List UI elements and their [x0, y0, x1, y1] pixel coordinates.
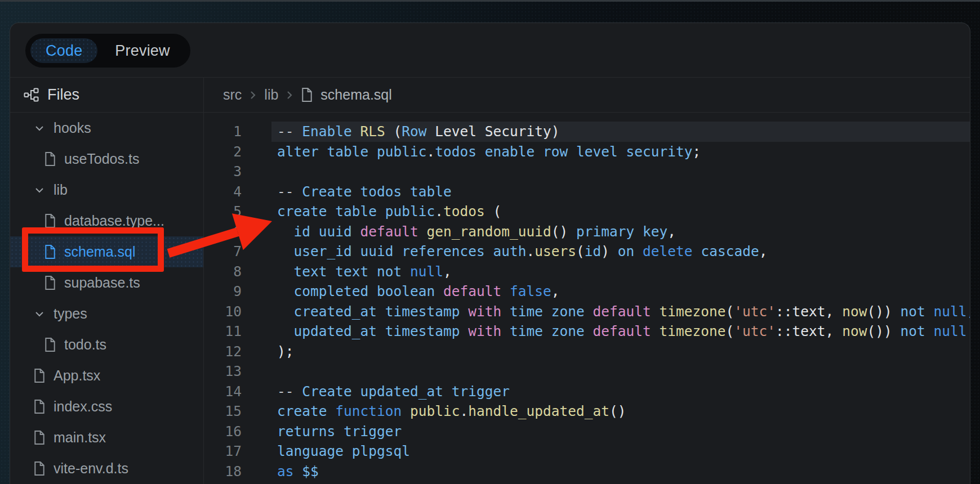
- code-line[interactable]: 6 id uuid default gen_random_uuid() prim…: [204, 222, 970, 242]
- file-row-schema-sql[interactable]: schema.sql: [10, 236, 203, 267]
- code-token: ,: [966, 303, 970, 320]
- code-token: time zone: [501, 323, 593, 339]
- code-token: --: [277, 383, 302, 400]
- code-token: as: [277, 463, 302, 479]
- file-row-vite-env-d-ts[interactable]: vite-env.d.ts: [10, 453, 203, 484]
- code-token: primary key: [568, 223, 667, 240]
- file-row-index-css[interactable]: index.css: [10, 391, 203, 422]
- code-token: ,: [759, 243, 768, 259]
- code-token: .: [460, 403, 469, 419]
- tab-code[interactable]: Code: [30, 38, 97, 63]
- line-number: 11: [204, 321, 242, 342]
- window-body: Files hooksuseTodos.tslibdatabase.type..…: [10, 78, 970, 484]
- code-line[interactable]: 13: [204, 361, 970, 382]
- code-line[interactable]: 9 completed boolean default false,: [204, 281, 970, 302]
- line-number: 16: [204, 422, 242, 442]
- file-icon: [44, 151, 56, 167]
- chevron-right-icon: [249, 89, 257, 101]
- code-line[interactable]: 7 user_id uuid references auth.users(id)…: [204, 241, 970, 262]
- code-token: now: [842, 323, 867, 339]
- code-token: ,: [551, 283, 560, 299]
- code-token: Create todos table: [302, 183, 452, 200]
- code-token: default: [360, 223, 427, 240]
- code-token: created_at timestamp: [277, 303, 468, 320]
- code-token: users: [534, 243, 576, 259]
- line-number: 14: [204, 382, 242, 402]
- chevron-right-icon: [286, 89, 293, 101]
- code-line[interactable]: 18as $$: [204, 461, 970, 482]
- files-tree-icon: [24, 87, 39, 102]
- code-token: gen_random_uuid: [427, 223, 551, 240]
- line-number: 3: [204, 162, 242, 182]
- code-line-content: );: [277, 343, 294, 360]
- code-token: user_id uuid references auth: [277, 243, 527, 259]
- code-token: default: [443, 283, 510, 299]
- code-line-content: -- Enable RLS (Row Level Security): [277, 123, 560, 140]
- file-row-main-tsx[interactable]: main.tsx: [10, 422, 203, 453]
- code-line[interactable]: 10 created_at timestamp with time zone d…: [204, 302, 970, 322]
- line-number: 6: [204, 222, 242, 242]
- line-number: 13: [204, 361, 242, 382]
- breadcrumb-segment-lib: lib: [264, 87, 278, 103]
- code-token: false: [510, 283, 551, 299]
- code-line-content: alter table public.todos enable row leve…: [277, 144, 701, 160]
- file-icon: [44, 275, 56, 290]
- code-editor[interactable]: 1-- Enable RLS (Row Level Security)2alte…: [204, 113, 970, 484]
- file-row-app-tsx[interactable]: App.tsx: [10, 360, 203, 391]
- folder-row-types[interactable]: types: [10, 298, 203, 329]
- file-row-supabase-ts[interactable]: supabase.ts: [10, 267, 203, 298]
- code-line[interactable]: 8 text text not null,: [204, 262, 970, 282]
- folder-row-lib[interactable]: lib: [10, 174, 203, 205]
- line-number: 4: [204, 182, 242, 202]
- code-token: ()): [867, 323, 892, 339]
- file-icon: [33, 399, 46, 414]
- code-line-content: -- Create updated_at trigger: [277, 383, 510, 400]
- code-token: with: [468, 323, 501, 339]
- code-line[interactable]: 15create function public.handle_updated_…: [204, 401, 970, 422]
- code-token: );: [277, 343, 294, 360]
- code-token: on: [609, 243, 643, 259]
- code-line[interactable]: 16returns trigger: [204, 422, 970, 442]
- code-line[interactable]: 4-- Create todos table: [204, 182, 970, 202]
- code-line[interactable]: 17language plpgsql: [204, 441, 970, 461]
- line-number: 8: [204, 262, 242, 282]
- line-number: 7: [204, 241, 242, 262]
- file-icon: [33, 430, 46, 445]
- line-number: 18: [204, 461, 242, 482]
- code-token: not: [892, 323, 934, 339]
- code-line[interactable]: 3: [204, 162, 970, 182]
- code-token: default: [593, 303, 660, 320]
- code-line-content: as $$: [277, 463, 319, 479]
- code-token: (: [726, 323, 734, 339]
- code-line[interactable]: 14-- Create updated_at trigger: [204, 382, 970, 402]
- file-row-database-type-[interactable]: database.type...: [10, 205, 203, 236]
- file-label: vite-env.d.ts: [54, 460, 128, 477]
- code-token: todos: [443, 203, 485, 219]
- code-token: ;: [693, 144, 701, 160]
- code-line[interactable]: 11 updated_at timestamp with time zone d…: [204, 321, 970, 342]
- line-number: 12: [204, 342, 242, 362]
- code-token: (): [609, 403, 626, 419]
- code-token: timezone: [660, 303, 726, 320]
- file-label: database.type...: [64, 213, 164, 229]
- line-number: 5: [204, 201, 242, 222]
- code-line[interactable]: 2alter table public.todos enable row lev…: [204, 142, 970, 162]
- code-line[interactable]: 12);: [204, 342, 970, 362]
- view-toggle: Code Preview: [25, 34, 190, 68]
- file-row-todo-ts[interactable]: todo.ts: [10, 329, 203, 360]
- tab-preview[interactable]: Preview: [100, 38, 185, 63]
- chevron-down-icon: [33, 308, 46, 320]
- code-token: function: [335, 403, 410, 419]
- code-token: not: [892, 303, 934, 320]
- code-token: timezone: [660, 323, 726, 339]
- code-token: Level Security): [435, 123, 559, 140]
- file-icon: [301, 87, 313, 102]
- code-line[interactable]: 1-- Enable RLS (Row Level Security): [204, 122, 970, 142]
- folder-row-hooks[interactable]: hooks: [10, 113, 203, 144]
- file-row-usetodos-ts[interactable]: useTodos.ts: [10, 144, 203, 174]
- code-token: (: [576, 243, 585, 259]
- code-line[interactable]: 5create table public.todos (: [204, 201, 970, 222]
- file-label: todo.ts: [64, 337, 106, 353]
- code-line-content: language plpgsql: [277, 443, 410, 459]
- code-token: $$: [302, 463, 319, 479]
